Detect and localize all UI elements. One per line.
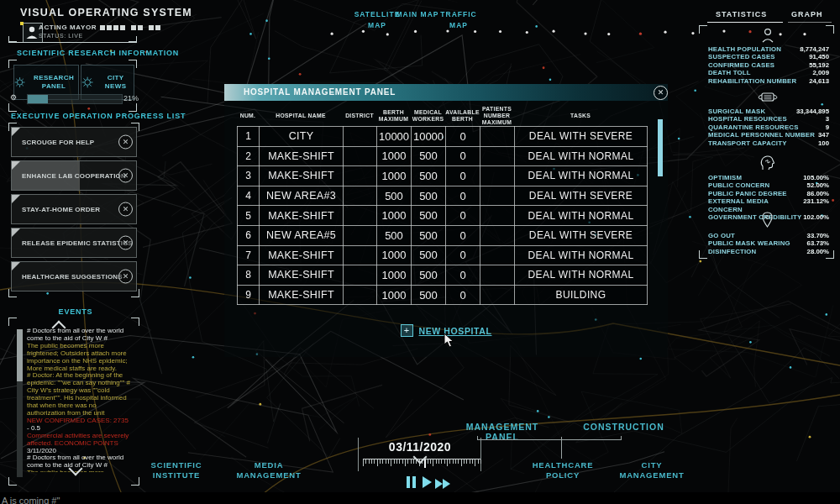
cell-berth-maximum: 1000 — [377, 166, 412, 186]
cell-berth-maximum: 500 — [377, 186, 412, 206]
cell-medical-workers: 500 — [412, 206, 446, 226]
cell-available-berth: 0 — [446, 285, 480, 305]
cell-num: 8 — [238, 265, 260, 286]
hospital-table-row[interactable]: 5 MAKE-SHIFT 1000 500 0 DEAL WITH NORMAL — [238, 206, 648, 226]
menu-healthcare-policy[interactable]: HEALTHCARE POLICY — [521, 460, 605, 480]
operation-label: ENHANCE LAB COOPERATION — [22, 172, 126, 180]
cell-patients-maximum — [480, 245, 515, 265]
stat-label: TRANSPORT CAPACITY — [708, 139, 787, 147]
stat-value: 55,192 — [809, 61, 829, 69]
cell-district — [344, 265, 377, 286]
hospital-table-row[interactable]: 4 NEW AREA#3 500 500 0 DEAL WITH SEVERE — [238, 186, 648, 206]
mayor-role-row: ACTING MAYOR — [39, 24, 160, 31]
hospital-table-row[interactable]: 6 NEW AREA#5 500 500 0 DEAL WITH SEVERE — [238, 225, 648, 245]
virus-icon — [14, 75, 25, 90]
stat-value: 33.70% — [807, 232, 829, 239]
stat-row: GO OUT 33.70% — [708, 232, 829, 239]
stat-value: 86.00% — [807, 190, 829, 197]
cell-patients-maximum — [480, 206, 515, 226]
cell-available-berth: 0 — [446, 166, 480, 186]
play-icon — [423, 476, 432, 488]
col-berth-maximum: BERTH MAXIMUM — [376, 104, 411, 128]
cell-hospital-name: MAKE-SHIFT — [260, 265, 344, 286]
pause-button[interactable] — [407, 476, 418, 491]
cell-berth-maximum: 500 — [377, 225, 412, 245]
stat-value: 63.73% — [807, 239, 829, 247]
stat-row: OPTIMISM 105.00% — [708, 174, 829, 181]
events-scrollbar[interactable] — [17, 329, 23, 477]
cell-task: DEAL WITH NORMAL — [515, 146, 648, 166]
hospital-table-row[interactable]: 2 MAKE-SHIFT 1000 500 0 DEAL WITH NORMAL — [238, 146, 648, 166]
cell-num: 7 — [238, 245, 260, 265]
hospital-table-row[interactable]: 9 MAKE-SHIFT 1000 500 0 BUILDING — [238, 285, 648, 305]
cell-num: 2 — [238, 146, 260, 166]
menu-construction[interactable]: CONSTRUCTION — [580, 422, 668, 432]
cell-num: 3 — [238, 166, 260, 186]
menu-city-management[interactable]: CITY MANAGEMENT — [610, 460, 694, 480]
hospital-table-row[interactable]: 7 MAKE-SHIFT 1000 500 0 DEAL WITH NORMAL — [238, 245, 648, 265]
col-district: DISTRICT — [343, 104, 376, 128]
cell-medical-workers: 500 — [412, 265, 446, 286]
operation-card: RELEASE EPIDEMIC STATISTICS ✕ — [11, 228, 137, 258]
col-medical-workers: MEDICAL WORKERS — [411, 104, 445, 128]
hospital-table-row[interactable]: 8 MAKE-SHIFT 1000 500 0 DEAL WITH NORMAL — [238, 265, 648, 286]
cell-patients-maximum — [480, 225, 515, 245]
cell-district — [344, 146, 377, 166]
behavior-stats: GO OUT 33.70% PUBLIC MASK WEARING 63.73%… — [708, 232, 829, 255]
play-button[interactable] — [423, 476, 432, 491]
cell-available-berth: 0 — [446, 245, 480, 265]
col-num: NUM. — [237, 104, 259, 128]
cancel-operation-button[interactable]: ✕ — [118, 135, 133, 150]
hospital-table-row[interactable]: 1 CITY 10000 10000 0 DEAL WITH SEVERE — [238, 127, 648, 147]
stat-value: 24,613 — [809, 77, 829, 85]
tab-statistics[interactable]: STATISTICS — [716, 10, 767, 18]
panel-scrollbar-thumb[interactable] — [658, 119, 663, 176]
corner-fold-icon — [12, 128, 20, 136]
timeline-left-bound — [358, 438, 359, 471]
cell-available-berth: 0 — [446, 225, 480, 245]
cell-hospital-name: NEW AREA#3 — [260, 186, 344, 206]
operation-card: STAY-AT-HOME ORDER ✕ — [11, 194, 137, 224]
ticker-text: A is coming #" — [0, 496, 60, 504]
cell-medical-workers: 500 — [412, 225, 446, 245]
statistics-tab-underline — [707, 22, 783, 23]
tab-traffic-map[interactable]: TRAFFIC MAP — [433, 9, 485, 31]
mask-icon — [697, 91, 837, 103]
research-progress-percent: 21% — [123, 94, 139, 102]
tab-graph[interactable]: GRAPH — [791, 10, 823, 18]
cell-hospital-name: MAKE-SHIFT — [260, 146, 344, 166]
hospital-table-row[interactable]: 3 MAKE-SHIFT 1000 500 0 DEAL WITH NORMAL — [238, 166, 648, 186]
cell-medical-workers: 500 — [412, 146, 446, 166]
cancel-operation-button[interactable]: ✕ — [118, 202, 133, 217]
role-label: ACTING MAYOR — [39, 24, 97, 31]
stat-label: PUBLIC MASK WEARING — [708, 239, 790, 247]
cell-medical-workers: 500 — [412, 186, 446, 206]
events-scroll-thumb[interactable] — [17, 329, 23, 381]
col-tasks: TASKS — [514, 104, 647, 128]
cancel-operation-button[interactable]: ✕ — [118, 270, 133, 284]
cancel-operation-button[interactable]: ✕ — [118, 169, 133, 183]
stat-value: 91,450 — [809, 53, 829, 60]
operations-section-title: EXECUTIVE OPERATION PROGRESS LIST — [11, 112, 186, 120]
menu-group-bracket — [477, 436, 622, 440]
cell-patients-maximum — [480, 146, 515, 166]
event-message: # Doctor: At the beginning of the epidem… — [27, 372, 136, 387]
fast-forward-button[interactable] — [435, 477, 450, 492]
cell-available-berth: 0 — [446, 265, 480, 286]
stat-row: SUSPECTED CASES 91,450 — [708, 53, 829, 60]
cell-berth-maximum: 10000 — [377, 127, 412, 147]
cell-task: DEAL WITH SEVERE — [515, 225, 648, 245]
stat-label: PUBLIC CONCERN — [708, 181, 769, 189]
cell-num: 4 — [238, 186, 260, 206]
cell-district — [344, 127, 377, 147]
panel-title-bar: HOSPITAL MANAGEMENT PANEL — [224, 84, 668, 101]
stat-row: PUBLIC MASK WEARING 63.73% — [708, 239, 829, 247]
cell-medical-workers: 500 — [412, 245, 446, 265]
cancel-operation-button[interactable]: ✕ — [118, 236, 133, 250]
menu-scientific-institute[interactable]: SCIENTIFIC INSTITUTE — [134, 460, 218, 480]
system-title: VISUAL OPERATING SYSTEM — [20, 7, 192, 18]
stat-label: DEATH TOLL — [708, 69, 751, 76]
menu-media-management[interactable]: MEDIA MANAGEMENT — [227, 460, 311, 480]
cell-num: 9 — [238, 285, 260, 305]
close-icon[interactable]: ✕ — [654, 86, 668, 100]
